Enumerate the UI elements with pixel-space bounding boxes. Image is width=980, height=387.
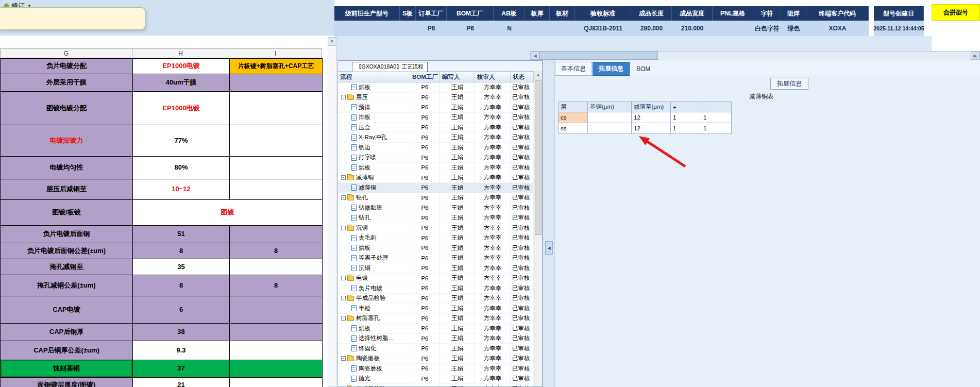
tree-item[interactable]: 排板P6王娟方幸幸已审核 [338, 113, 534, 123]
sheet-value-cell[interactable]: 9.3 [133, 341, 230, 360]
tree-item[interactable]: 减薄铜P6王娟方幸幸已审核 [338, 183, 534, 193]
tree-item[interactable]: 铣边P6王娟方幸幸已审核 [338, 143, 534, 153]
tree-item[interactable]: 等离子处理P6王娟方幸幸已审核 [338, 254, 534, 264]
table-cell-layer[interactable]: ss [559, 123, 588, 134]
scroll-down-icon[interactable]: ▼ [328, 38, 336, 46]
sheet-value-cell[interactable]: 77% [133, 125, 230, 157]
scrollbar-thumb[interactable] [539, 52, 658, 60]
tree-item[interactable]: 烘板P6王娟方幸幸已审核 [338, 82, 534, 93]
sheet-label-cell[interactable]: 负片电镀后面铜公差(±um) [1, 243, 133, 259]
scrollbar-thumb[interactable] [535, 80, 542, 235]
sheet-label-cell[interactable]: 电镀均匀性 [1, 157, 133, 179]
merge-model-cell[interactable]: 合拼型号 [932, 4, 980, 21]
collapse-icon[interactable]: - [341, 195, 346, 200]
tree-vertical-scrollbar[interactable]: ▲ [534, 71, 542, 386]
field-value[interactable] [334, 21, 400, 36]
tree-item[interactable]: 沉铜P6王娟方幸幸已审核 [338, 263, 534, 274]
tree-item[interactable]: -钻孔P6王娟方幸幸已审核 [338, 193, 534, 204]
column-header-G[interactable]: G [0, 48, 132, 58]
table-cell-base[interactable] [588, 123, 632, 134]
collapse-icon[interactable]: - [341, 296, 346, 300]
tree-column-header[interactable]: 编写人 [440, 72, 475, 82]
sheet-value-cell[interactable] [230, 92, 323, 125]
sheet-value-cell[interactable] [230, 125, 323, 157]
tree-item[interactable]: 去毛刺P6王娟方幸幸已审核 [338, 233, 534, 244]
tree-item[interactable]: 负片电镀P6王娟方幸幸已审核 [338, 283, 534, 294]
table-cell-plus[interactable]: 1 [671, 112, 701, 123]
collapse-left-icon[interactable]: ◀ [545, 241, 553, 255]
tree-item[interactable]: 打字喽P6王娟方幸幸已审核 [338, 153, 534, 163]
sheet-value-cell[interactable] [230, 157, 323, 179]
field-value[interactable] [550, 21, 575, 36]
sheet-value-cell[interactable]: 21 [133, 378, 230, 387]
tree-item[interactable]: 钻孔P6王娟方幸幸已审核 [338, 213, 534, 224]
sheet-value-cell[interactable]: 35 [133, 259, 230, 275]
tree-item[interactable]: -树脂塞孔P6王娟方幸幸已审核 [338, 314, 534, 324]
sheet-label-cell[interactable]: 电镀深镀力 [1, 125, 133, 157]
table-cell-plus[interactable]: 1 [671, 123, 701, 134]
sheet-label-cell[interactable]: CAP后铜厚公差(±um) [1, 341, 133, 360]
sheet-label-cell[interactable]: 图镀电镀分配 [1, 92, 133, 125]
tree-item[interactable]: 预排P6王娟方幸幸已审核 [338, 103, 534, 113]
sheet-label-cell[interactable]: 掩孔减铜公差(±um) [1, 275, 133, 296]
sheet-value-cell[interactable] [230, 378, 323, 387]
tree-item[interactable]: -减薄铜P6王娟方幸幸已审核 [338, 173, 534, 183]
tree-column-header[interactable]: BOM工厂 [410, 72, 440, 82]
sheet-value-cell[interactable]: EP1000电镀 [133, 92, 230, 125]
sheet-value-cell[interactable]: 8 [133, 275, 230, 296]
sheet-label-cell[interactable]: 蚀刻基铜 [1, 360, 133, 378]
column-header-H[interactable]: H [132, 48, 229, 58]
scroll-up-icon[interactable]: ▲ [534, 71, 542, 79]
scroll-right-icon[interactable]: ▶ [971, 52, 979, 60]
horizontal-scrollbar[interactable]: ◀ ▶ [530, 51, 980, 60]
field-value[interactable]: XOXA [806, 21, 869, 36]
table-cell-base[interactable] [588, 112, 632, 123]
collapse-icon[interactable]: - [341, 276, 346, 280]
sheet-label-cell[interactable]: 负片电镀分配 [1, 59, 133, 74]
tree-item[interactable]: 半检P6王娟方幸幸已审核 [338, 304, 534, 314]
sheet-value-cell[interactable]: 8 [230, 243, 323, 259]
tree-column-header[interactable]: 流程 [338, 72, 410, 82]
collapse-icon[interactable]: - [341, 175, 346, 180]
sheet-value-cell[interactable] [230, 360, 323, 378]
tree-item[interactable]: 烘板P6王娟方幸幸已审核 [338, 243, 534, 254]
sheet-value-cell[interactable]: 40um干膜 [133, 74, 230, 92]
field-value[interactable]: 白色字符 [753, 21, 781, 36]
tree-item[interactable]: X-Ray冲孔P6王娟方幸幸已审核 [338, 133, 534, 143]
field-value[interactable]: 2025-11-12 14:44:05 [874, 21, 924, 36]
tab-basic-info[interactable]: 基本信息 [555, 62, 592, 76]
sheet-value-cell[interactable]: 图镀 [133, 200, 323, 226]
sheet-value-cell[interactable] [230, 74, 323, 92]
sheet-label-cell[interactable]: 外层采用干膜 [1, 74, 133, 92]
tree-item[interactable]: -半成品检验P6王娟方幸幸已审核 [338, 294, 534, 304]
sheet-value-cell[interactable]: EP1000电镀 [133, 59, 230, 74]
table-cell-minus[interactable]: 1 [701, 123, 732, 134]
tree-item[interactable]: -半成品检验1P6王娟方幸幸已审核 [338, 384, 534, 386]
tree-item[interactable]: 压合P6王娟方幸幸已审核 [338, 123, 534, 133]
field-value[interactable]: N [494, 21, 525, 36]
tab-bom[interactable]: BOM [630, 62, 656, 76]
tree-item[interactable]: 选择性树脂…P6王娟方幸幸已审核 [338, 334, 534, 344]
sheet-value-cell[interactable]: 51 [133, 226, 230, 243]
sheet-value-cell[interactable] [230, 226, 323, 243]
sheet-label-cell[interactable]: 层压后减铜至 [1, 179, 133, 200]
table-cell-minus[interactable]: 1 [701, 112, 732, 123]
tree-item[interactable]: 烘板P6王娟方幸幸已审核 [338, 324, 534, 334]
sheet-value-cell[interactable]: 8 [133, 243, 230, 259]
sheet-value-cell[interactable]: 6 [133, 296, 230, 324]
sheet-value-cell[interactable] [230, 341, 323, 360]
collapse-icon[interactable]: - [341, 226, 346, 230]
tree-item[interactable]: -沉铜P6王娟方幸幸已审核 [338, 223, 534, 233]
sheet-label-cell[interactable]: 面铜镀层厚度(图镀) [1, 378, 133, 387]
tree-item[interactable]: 烘板P6王娟方幸幸已审核 [338, 163, 534, 173]
sheet-vertical-scrollbar[interactable]: ▼ [328, 37, 336, 387]
field-value[interactable]: QJ831B-2011 [575, 21, 631, 36]
tree-item[interactable]: 陶瓷磨板P6王娟方幸幸已审核 [338, 364, 534, 374]
scroll-left-icon[interactable]: ◀ [531, 52, 539, 60]
tree-column-header[interactable]: 核审人 [475, 72, 511, 82]
sheet-label-cell[interactable]: 负片电镀后面铜 [1, 226, 133, 243]
table-cell-layer[interactable]: cs [559, 112, 588, 123]
field-value[interactable]: P6 [447, 21, 494, 36]
tree-item[interactable]: 抛光P6王娟方幸幸已审核 [338, 374, 534, 384]
collapse-icon[interactable]: - [341, 316, 346, 321]
